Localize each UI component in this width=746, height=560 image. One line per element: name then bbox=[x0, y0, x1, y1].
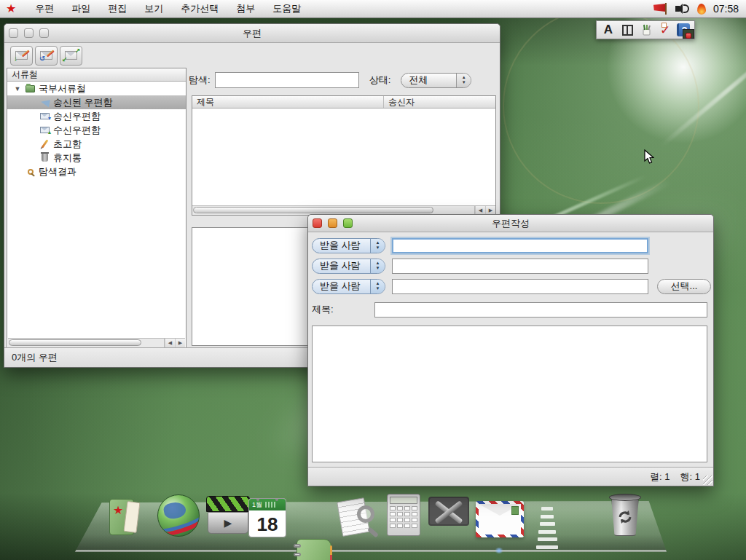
folder-icon bbox=[25, 83, 36, 94]
menu-options[interactable]: 추가선택 bbox=[172, 0, 227, 18]
message-body-textarea[interactable] bbox=[312, 326, 707, 462]
red-star-glyph: ★ bbox=[113, 503, 123, 517]
sidebar-item-outbox[interactable]: 송신우편함 bbox=[7, 109, 186, 123]
columns-icon[interactable] bbox=[620, 23, 635, 37]
dock-item-mail[interactable] bbox=[476, 501, 524, 537]
scrollbar-thumb[interactable] bbox=[9, 339, 141, 346]
dock-item-system-tools[interactable] bbox=[427, 497, 471, 537]
sidebar-item-search-results[interactable]: 탐색결과 bbox=[7, 165, 186, 178]
close-button[interactable] bbox=[9, 28, 18, 38]
search-input[interactable] bbox=[215, 72, 359, 88]
sidebar-item-sent-mailbox[interactable]: 송신된 우편함 bbox=[7, 95, 186, 109]
sidebar-horizontal-scrollbar[interactable]: ◀ ▶ bbox=[8, 338, 185, 347]
dock-item-trash[interactable] bbox=[608, 494, 642, 537]
folder-sidebar: 서류철 ▼ 국부서류철 송신된 우편함 송신우편함 수신우편함 초고함 휴지통 bbox=[7, 68, 186, 349]
reply-mail-button[interactable]: ↺ bbox=[35, 46, 58, 66]
speaker-volume-icon[interactable] bbox=[675, 3, 690, 15]
recipient-input-3[interactable] bbox=[392, 279, 648, 294]
stepper-arrows-icon[interactable]: ▲▼ bbox=[456, 74, 471, 87]
menubar-clock[interactable]: 07:58 bbox=[713, 3, 739, 15]
magnifier-icon bbox=[357, 505, 374, 523]
stepper-arrows-icon[interactable]: ▲▼ bbox=[370, 259, 385, 273]
dock-item-calculator[interactable] bbox=[387, 494, 420, 536]
font-icon[interactable]: A bbox=[601, 23, 616, 37]
stamp-icon bbox=[511, 506, 519, 515]
dock-item-browser[interactable] bbox=[157, 494, 200, 537]
resize-grip[interactable] bbox=[703, 476, 712, 485]
sent-plane-icon bbox=[39, 97, 50, 108]
disclosure-triangle-icon[interactable]: ▼ bbox=[13, 85, 22, 92]
stepper-arrows-icon[interactable]: ▲▼ bbox=[370, 239, 385, 253]
zoom-button[interactable] bbox=[39, 28, 49, 38]
column-header-sender[interactable]: 송신자 bbox=[384, 96, 495, 108]
scrollbar-thumb[interactable] bbox=[193, 207, 433, 213]
mail-count-text: 0개의 우편 bbox=[12, 351, 58, 364]
floating-toolbar: A ✓ ? bbox=[596, 20, 695, 39]
search-magnifier-icon bbox=[25, 166, 36, 177]
search-row: 탐색: 상태: 전체 ▲▼ bbox=[189, 69, 495, 91]
mail-window-titlebar[interactable]: 우편 bbox=[4, 24, 500, 43]
active-app-indicator bbox=[494, 548, 504, 553]
stamp-check-icon[interactable]: ✓ bbox=[658, 23, 672, 37]
menu-file[interactable]: 파일 bbox=[63, 0, 99, 18]
dock-item-document-search[interactable] bbox=[335, 498, 380, 539]
scroll-right-icon[interactable]: ▶ bbox=[175, 339, 185, 347]
flame-icon[interactable] bbox=[697, 3, 707, 15]
menu-edit[interactable]: 편집 bbox=[99, 0, 136, 18]
sidebar-item-local-folders[interactable]: ▼ 국부서류철 bbox=[7, 82, 186, 95]
outbox-envelope-icon bbox=[39, 111, 50, 122]
dock-item-documents[interactable]: ★ bbox=[109, 497, 141, 537]
sidebar-item-trash[interactable]: 휴지통 bbox=[7, 151, 186, 165]
pen-cup-icon[interactable] bbox=[639, 23, 653, 37]
recipient-type-dropdown-1[interactable]: 받을 사람 ▲▼ bbox=[312, 238, 385, 253]
cursor-column-indicator: 렬: 1 bbox=[650, 470, 670, 484]
recipient-type-dropdown-2[interactable]: 받을 사람 ▲▼ bbox=[312, 259, 385, 274]
status-filter-value: 전체 bbox=[401, 74, 456, 87]
subject-input[interactable] bbox=[374, 302, 707, 318]
sidebar-item-drafts[interactable]: 초고함 bbox=[7, 137, 186, 151]
mail-toolbar: ↓ ↺ ↗↙ bbox=[4, 43, 500, 68]
compose-new-mail-button[interactable]: ↓ bbox=[10, 46, 33, 66]
close-button[interactable] bbox=[313, 218, 322, 228]
status-filter-dropdown[interactable]: 전체 ▲▼ bbox=[401, 73, 471, 88]
recipient-input-2[interactable] bbox=[392, 259, 648, 274]
send-receive-button[interactable]: ↗↙ bbox=[60, 46, 82, 66]
compose-window: 우편작성 받을 사람 ▲▼ 받을 사람 ▲▼ 받을 사람 ▲▼ 선택... 제목… bbox=[307, 214, 714, 486]
compose-window-title: 우편작성 bbox=[492, 217, 530, 230]
menubar: ★ 우편 파일 편집 보기 추가선택 첨부 도움말 07:58 bbox=[0, 0, 746, 18]
menu-mail[interactable]: 우편 bbox=[26, 0, 63, 18]
dock-item-calendar[interactable]: 1월 18 bbox=[248, 498, 286, 537]
recipient-type-dropdown-3[interactable]: 받을 사람 ▲▼ bbox=[312, 279, 385, 294]
message-list: 제목 송신자 ◀ ▶ bbox=[192, 95, 496, 216]
play-icon: ▶ bbox=[224, 517, 232, 529]
menu-attach[interactable]: 첨부 bbox=[227, 0, 264, 18]
inbox-envelope-icon bbox=[39, 125, 50, 135]
toolbar-close-grip[interactable] bbox=[683, 29, 694, 39]
sidebar-header: 서류철 bbox=[7, 68, 186, 82]
red-star-icon[interactable]: ★ bbox=[6, 3, 16, 15]
sidebar-item-inbox[interactable]: 수신우편함 bbox=[7, 123, 186, 137]
compose-window-titlebar[interactable]: 우편작성 bbox=[308, 215, 713, 232]
minimize-button[interactable] bbox=[328, 218, 337, 228]
subject-label: 제목: bbox=[312, 303, 334, 316]
menu-view[interactable]: 보기 bbox=[136, 0, 172, 18]
zoom-button[interactable] bbox=[343, 218, 353, 228]
scroll-left-icon[interactable]: ◀ bbox=[165, 339, 175, 347]
trash-icon bbox=[39, 152, 50, 163]
recycle-icon bbox=[616, 508, 634, 526]
stepper-arrows-icon[interactable]: ▲▼ bbox=[370, 280, 385, 293]
calendar-day-label: 18 bbox=[249, 510, 286, 537]
mouse-cursor bbox=[644, 149, 654, 165]
menu-help[interactable]: 도움말 bbox=[264, 0, 310, 18]
minimize-button[interactable] bbox=[24, 28, 34, 38]
draft-pencil-icon bbox=[39, 138, 50, 149]
dock-item-media-player[interactable]: ▶ bbox=[206, 496, 250, 535]
person-icon bbox=[307, 548, 325, 560]
recipient-input-1[interactable] bbox=[392, 238, 648, 253]
select-contact-button[interactable]: 선택... bbox=[657, 279, 711, 294]
column-header-subject[interactable]: 제목 bbox=[192, 96, 384, 108]
flag-icon[interactable] bbox=[653, 3, 668, 15]
red-close-icon[interactable] bbox=[686, 33, 691, 39]
search-label: 탐색: bbox=[189, 74, 211, 87]
dock-item-address-book[interactable] bbox=[297, 539, 331, 560]
